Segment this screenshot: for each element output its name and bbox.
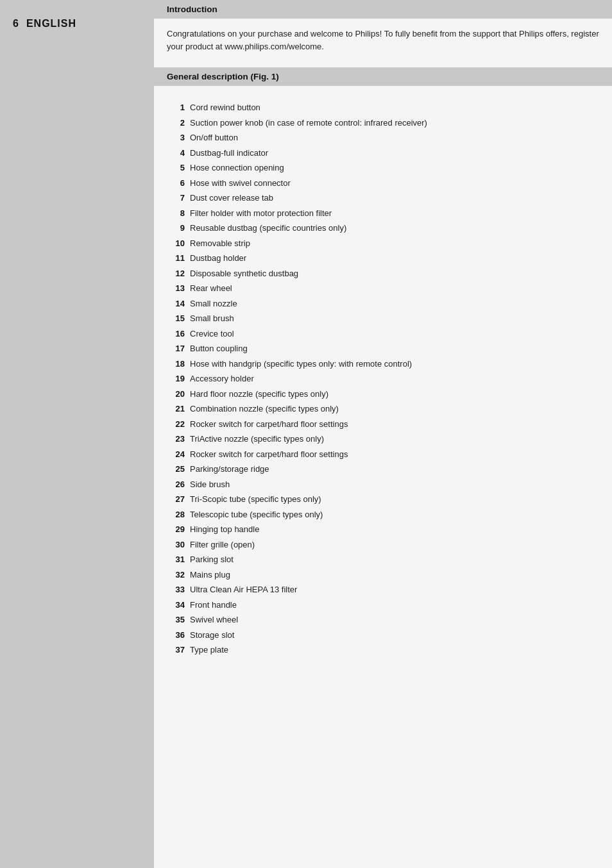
item-text: Parking slot [190, 553, 234, 566]
item-number: 28 [167, 508, 185, 521]
list-item: 36Storage slot [167, 628, 599, 643]
item-text: Rocker switch for carpet/hard floor sett… [190, 448, 348, 461]
item-number: 5 [167, 162, 185, 174]
list-item: 22Rocker switch for carpet/hard floor se… [167, 417, 599, 432]
introduction-body: Congratulations on your purchase and wel… [154, 19, 612, 65]
item-number: 15 [167, 312, 185, 325]
item-number: 25 [167, 463, 185, 476]
item-text: Hose with handgrip (specific types only:… [190, 358, 412, 371]
item-text: On/off button [190, 131, 238, 144]
list-item: 14Small nozzle [167, 296, 599, 312]
item-text: Rear wheel [190, 282, 232, 295]
item-number: 26 [167, 478, 185, 491]
list-item: 11Dustbag holder [167, 251, 599, 266]
list-item: 15Small brush [167, 311, 599, 326]
item-text: Filter holder with motor protection filt… [190, 207, 332, 220]
list-item: 37Type plate [167, 642, 599, 658]
general-description-header: General description (Fig. 1) [154, 67, 612, 86]
item-number: 35 [167, 613, 185, 626]
item-number: 33 [167, 583, 185, 596]
item-text: Accessory holder [190, 372, 254, 385]
item-text: Dustbag holder [190, 252, 246, 265]
item-number: 7 [167, 192, 185, 204]
page-number: 6 [13, 18, 19, 29]
list-item: 34Front handle [167, 597, 599, 613]
item-number: 20 [167, 388, 185, 401]
item-text: Hose with swivel connector [190, 177, 291, 190]
item-text: Storage slot [190, 629, 234, 642]
list-item: 4Dustbag-full indicator [167, 146, 599, 161]
list-item: 18Hose with handgrip (specific types onl… [167, 356, 599, 372]
page-container: 6 ENGLISH Introduction Congratulations o… [0, 0, 612, 868]
item-text: Small brush [190, 312, 234, 325]
item-text: TriActive nozzle (specific types only) [190, 433, 324, 446]
list-item: 1Cord rewind button [167, 100, 599, 115]
list-item: 3On/off button [167, 130, 599, 146]
item-text: Dust cover release tab [190, 192, 273, 204]
item-text: Ultra Clean Air HEPA 13 filter [190, 583, 297, 596]
item-number: 14 [167, 297, 185, 310]
item-text: Combination nozzle (specific types only) [190, 403, 339, 415]
list-item: 23TriActive nozzle (specific types only) [167, 431, 599, 447]
item-text: Rocker switch for carpet/hard floor sett… [190, 418, 348, 431]
item-text: Type plate [190, 644, 228, 656]
list-item: 17Button coupling [167, 341, 599, 356]
list-item: 33Ultra Clean Air HEPA 13 filter [167, 582, 599, 597]
item-number: 4 [167, 147, 185, 160]
list-item: 28Telescopic tube (specific types only) [167, 507, 599, 522]
list-item: 2Suction power knob (in case of remote c… [167, 115, 599, 131]
item-number: 23 [167, 433, 185, 446]
item-number: 10 [167, 237, 185, 250]
item-text: Hinging top handle [190, 523, 259, 536]
list-item: 6Hose with swivel connector [167, 176, 599, 191]
item-number: 9 [167, 222, 185, 235]
item-number: 24 [167, 448, 185, 461]
item-text: Front handle [190, 599, 237, 612]
list-item: 5Hose connection opening [167, 160, 599, 176]
item-text: Filter grille (open) [190, 538, 255, 551]
item-text: Reusable dustbag (specific countries onl… [190, 222, 346, 235]
item-number: 11 [167, 252, 185, 265]
item-text: Dustbag-full indicator [190, 147, 268, 160]
introduction-header: Introduction [154, 0, 612, 19]
list-item: 9Reusable dustbag (specific countries on… [167, 221, 599, 236]
item-text: Hard floor nozzle (specific types only) [190, 388, 328, 401]
language-title: ENGLISH [26, 18, 76, 29]
left-sidebar: 6 ENGLISH [0, 0, 154, 868]
item-number: 1 [167, 101, 185, 114]
item-number: 19 [167, 372, 185, 385]
item-text: Small nozzle [190, 297, 237, 310]
item-number: 31 [167, 553, 185, 566]
list-item: 16Crevice tool [167, 326, 599, 342]
item-number: 6 [167, 177, 185, 190]
item-text: Parking/storage ridge [190, 463, 269, 476]
item-number: 8 [167, 207, 185, 220]
item-text: Disposable synthetic dustbag [190, 267, 298, 280]
list-item: 21Combination nozzle (specific types onl… [167, 401, 599, 417]
item-number: 13 [167, 282, 185, 295]
item-number: 29 [167, 523, 185, 536]
item-number: 17 [167, 342, 185, 355]
list-item: 19Accessory holder [167, 371, 599, 387]
item-number: 21 [167, 403, 185, 415]
list-item: 10Removable strip [167, 236, 599, 251]
item-number: 22 [167, 418, 185, 431]
item-text: Tri-Scopic tube (specific types only) [190, 493, 321, 506]
item-number: 27 [167, 493, 185, 506]
list-item: 8Filter holder with motor protection fil… [167, 206, 599, 221]
list-item: 7Dust cover release tab [167, 190, 599, 206]
item-text: Removable strip [190, 237, 250, 250]
page-number-area: 6 ENGLISH [0, 0, 154, 36]
list-item: 13Rear wheel [167, 281, 599, 296]
item-text: Crevice tool [190, 328, 234, 340]
item-text: Side brush [190, 478, 230, 491]
item-text: Suction power knob (in case of remote co… [190, 117, 427, 129]
list-item: 25Parking/storage ridge [167, 462, 599, 477]
item-number: 3 [167, 131, 185, 144]
list-item: 12Disposable synthetic dustbag [167, 266, 599, 281]
item-text: Telescopic tube (specific types only) [190, 508, 323, 521]
item-number: 32 [167, 569, 185, 581]
item-text: Swivel wheel [190, 613, 238, 626]
item-text: Cord rewind button [190, 101, 260, 114]
list-item: 30Filter grille (open) [167, 537, 599, 553]
